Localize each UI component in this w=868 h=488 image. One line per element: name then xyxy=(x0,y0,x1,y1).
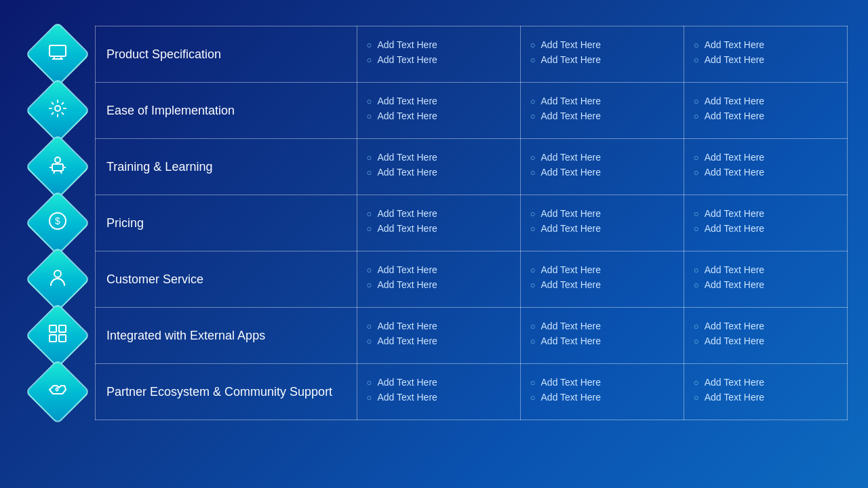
row-label-2: Training & Learning xyxy=(96,139,357,195)
bullet-item: Add Text Here xyxy=(367,279,511,290)
data-cell-6-2: Add Text HereAdd Text Here xyxy=(684,364,847,420)
table-row: Product SpecificationAdd Text HereAdd Te… xyxy=(96,26,848,83)
bullet-item: Add Text Here xyxy=(530,54,674,65)
data-cell-1-0: Add Text HereAdd Text Here xyxy=(357,83,520,139)
icon-6 xyxy=(48,380,67,403)
icon-0 xyxy=(48,43,67,66)
svg-rect-14 xyxy=(50,325,56,332)
icon-cell-0 xyxy=(20,26,95,82)
bullet-item: Add Text Here xyxy=(530,279,674,290)
row-label-0: Product Specification xyxy=(96,26,357,83)
bullet-item: Add Text Here xyxy=(367,223,511,234)
icon-diamond-4 xyxy=(25,247,90,312)
icon-3: $ xyxy=(48,211,67,235)
data-cell-5-0: Add Text HereAdd Text Here xyxy=(357,308,520,364)
data-cell-3-0: Add Text HereAdd Text Here xyxy=(357,195,520,251)
bullet-item: Add Text Here xyxy=(367,264,511,275)
bullet-item: Add Text Here xyxy=(694,110,837,121)
data-cell-6-1: Add Text HereAdd Text Here xyxy=(520,364,684,420)
icon-diamond-3: $ xyxy=(25,190,90,256)
data-cell-2-2: Add Text HereAdd Text Here xyxy=(684,139,847,195)
data-cell-0-1: Add Text HereAdd Text Here xyxy=(520,26,684,83)
svg-point-4 xyxy=(55,106,60,111)
icon-diamond-1 xyxy=(25,78,90,143)
bullet-item: Add Text Here xyxy=(367,54,511,65)
bullet-item: Add Text Here xyxy=(367,152,511,163)
bullet-item: Add Text Here xyxy=(367,321,511,331)
bullet-item: Add Text Here xyxy=(694,167,837,178)
table-row: Customer ServiceAdd Text HereAdd Text He… xyxy=(96,251,848,308)
bullet-item: Add Text Here xyxy=(367,336,511,346)
bullet-item: Add Text Here xyxy=(367,208,511,219)
data-cell-1-1: Add Text HereAdd Text Here xyxy=(520,83,684,139)
bullet-item: Add Text Here xyxy=(694,279,837,290)
bullet-item: Add Text Here xyxy=(694,208,837,219)
icon-4 xyxy=(48,268,67,291)
data-cell-1-2: Add Text HereAdd Text Here xyxy=(684,83,847,139)
svg-rect-6 xyxy=(52,164,63,171)
bullet-item: Add Text Here xyxy=(367,110,511,121)
data-cell-0-2: Add Text HereAdd Text Here xyxy=(684,26,847,83)
row-label-6: Partner Ecosystem & Community Support xyxy=(96,364,357,420)
bullet-item: Add Text Here xyxy=(694,152,837,163)
icon-diamond-0 xyxy=(25,22,90,87)
data-cell-5-2: Add Text HereAdd Text Here xyxy=(684,308,847,364)
data-cell-4-2: Add Text HereAdd Text Here xyxy=(684,251,847,308)
svg-rect-15 xyxy=(59,325,66,332)
data-cell-0-0: Add Text HereAdd Text Here xyxy=(357,26,520,83)
data-cell-4-0: Add Text HereAdd Text Here xyxy=(357,251,520,308)
row-label-5: Integrated with External Apps xyxy=(96,308,357,364)
bullet-item: Add Text Here xyxy=(367,39,511,50)
icon-cell-4 xyxy=(20,251,95,307)
bullet-item: Add Text Here xyxy=(367,392,511,403)
bullet-item: Add Text Here xyxy=(694,96,837,106)
data-cell-3-1: Add Text HereAdd Text Here xyxy=(520,195,684,251)
bullet-item: Add Text Here xyxy=(530,321,674,331)
bullet-item: Add Text Here xyxy=(694,264,837,275)
table-row: Partner Ecosystem & Community SupportAdd… xyxy=(96,364,848,420)
bullet-item: Add Text Here xyxy=(694,392,837,403)
data-cell-6-0: Add Text HereAdd Text Here xyxy=(357,364,520,420)
table-row: Ease of ImplementationAdd Text HereAdd T… xyxy=(96,83,848,139)
bullet-item: Add Text Here xyxy=(530,392,674,403)
svg-point-13 xyxy=(54,270,61,277)
icon-diamond-6 xyxy=(25,359,90,424)
icon-cell-5 xyxy=(20,307,95,363)
table-row: Integrated with External AppsAdd Text He… xyxy=(96,308,848,364)
row-label-4: Customer Service xyxy=(96,251,357,308)
icon-1 xyxy=(48,99,67,122)
bullet-item: Add Text Here xyxy=(694,336,837,346)
bullet-item: Add Text Here xyxy=(530,167,674,178)
bullet-item: Add Text Here xyxy=(530,336,674,346)
bullet-item: Add Text Here xyxy=(530,39,674,50)
data-cell-3-2: Add Text HereAdd Text Here xyxy=(684,195,847,251)
bullet-item: Add Text Here xyxy=(694,54,837,65)
table-container: $ Product SpecificationAdd Text HereAdd … xyxy=(20,26,848,420)
bullet-item: Add Text Here xyxy=(530,264,674,275)
bullet-item: Add Text Here xyxy=(530,110,674,121)
bullet-item: Add Text Here xyxy=(530,208,674,219)
svg-text:$: $ xyxy=(55,216,60,226)
data-cell-5-1: Add Text HereAdd Text Here xyxy=(520,308,684,364)
icon-5 xyxy=(48,324,67,347)
icon-cell-6 xyxy=(20,363,95,420)
bullet-item: Add Text Here xyxy=(694,377,837,388)
icon-diamond-2 xyxy=(25,134,90,199)
bullet-item: Add Text Here xyxy=(694,321,837,331)
svg-rect-0 xyxy=(50,45,66,56)
bullet-item: Add Text Here xyxy=(694,223,837,234)
main-table: Product SpecificationAdd Text HereAdd Te… xyxy=(95,26,848,420)
icon-cell-2 xyxy=(20,138,95,195)
svg-rect-16 xyxy=(50,335,56,342)
bullet-item: Add Text Here xyxy=(530,96,674,106)
bullet-item: Add Text Here xyxy=(530,152,674,163)
row-label-3: Pricing xyxy=(96,195,357,251)
table-row: PricingAdd Text HereAdd Text HereAdd Tex… xyxy=(96,195,848,251)
bullet-item: Add Text Here xyxy=(530,377,674,388)
bullet-item: Add Text Here xyxy=(367,377,511,388)
row-label-1: Ease of Implementation xyxy=(96,83,357,139)
data-cell-4-1: Add Text HereAdd Text Here xyxy=(520,251,684,308)
data-cell-2-0: Add Text HereAdd Text Here xyxy=(357,139,520,195)
svg-rect-17 xyxy=(59,335,66,342)
bullet-item: Add Text Here xyxy=(367,96,511,106)
